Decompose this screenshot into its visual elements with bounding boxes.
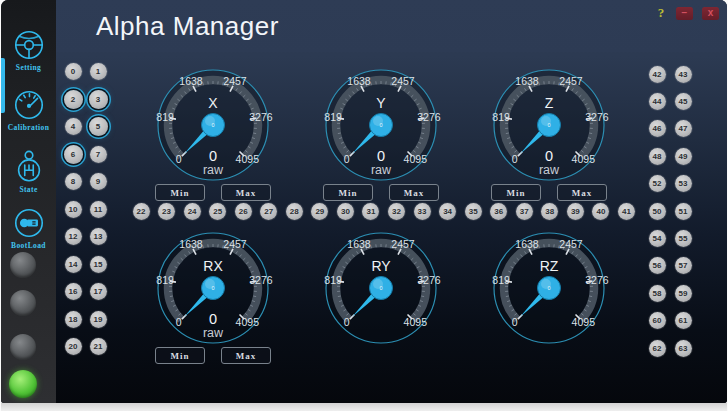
svg-text:Y: Y xyxy=(376,95,386,111)
channel-button-40[interactable]: 40 xyxy=(592,203,609,220)
svg-text:0: 0 xyxy=(176,316,182,328)
svg-text:1638: 1638 xyxy=(347,238,371,250)
channel-button-61[interactable]: 61 xyxy=(675,312,692,329)
svg-text:819: 819 xyxy=(492,111,510,123)
svg-text:4095: 4095 xyxy=(236,153,260,165)
channel-button-44[interactable]: 44 xyxy=(649,93,666,110)
channel-button-57[interactable]: 57 xyxy=(675,257,692,274)
channel-button-15[interactable]: 15 xyxy=(90,256,107,273)
channel-button-4[interactable]: 4 xyxy=(65,118,82,135)
channel-button-62[interactable]: 62 xyxy=(649,340,666,357)
channel-button-35[interactable]: 35 xyxy=(465,203,482,220)
channel-button-2[interactable]: 2 xyxy=(64,90,83,109)
gauge-X-max-button[interactable]: Max xyxy=(221,184,271,201)
gauge-RX-max-button[interactable]: Max xyxy=(221,347,271,364)
channel-button-37[interactable]: 37 xyxy=(516,203,533,220)
channel-button-32[interactable]: 32 xyxy=(388,203,405,220)
channel-button-6[interactable]: 6 xyxy=(64,145,83,164)
channel-button-45[interactable]: 45 xyxy=(675,93,692,110)
channel-button-53[interactable]: 53 xyxy=(675,175,692,192)
svg-text:0: 0 xyxy=(512,316,518,328)
svg-text:3276: 3276 xyxy=(417,274,441,286)
channel-button-12[interactable]: 12 xyxy=(65,228,82,245)
channel-button-17[interactable]: 17 xyxy=(90,283,107,300)
channel-button-31[interactable]: 31 xyxy=(362,203,379,220)
sidebar-item-setting[interactable]: Setting xyxy=(1,28,56,72)
channel-button-24[interactable]: 24 xyxy=(184,203,201,220)
channel-button-22[interactable]: 22 xyxy=(133,203,150,220)
channel-button-14[interactable]: 14 xyxy=(65,256,82,273)
channel-button-38[interactable]: 38 xyxy=(541,203,558,220)
channel-button-8[interactable]: 8 xyxy=(65,173,82,190)
gauge-Y-min-button[interactable]: Min xyxy=(323,184,373,201)
svg-text:1638: 1638 xyxy=(515,75,539,87)
channel-button-10[interactable]: 10 xyxy=(65,201,82,218)
svg-text:X: X xyxy=(208,95,218,111)
channel-button-54[interactable]: 54 xyxy=(649,230,666,247)
sidebar-item-bootload[interactable]: BootLoad xyxy=(1,206,56,250)
channel-button-5[interactable]: 5 xyxy=(89,117,108,136)
channel-button-43[interactable]: 43 xyxy=(675,66,692,83)
channel-button-28[interactable]: 28 xyxy=(286,203,303,220)
svg-text:0: 0 xyxy=(211,285,214,291)
svg-text:4095: 4095 xyxy=(572,316,596,328)
sidebar-item-state[interactable]: State xyxy=(1,150,56,194)
channel-button-48[interactable]: 48 xyxy=(649,148,666,165)
gauge-X: 08191638245732764095X00raw xyxy=(149,61,277,189)
channel-button-23[interactable]: 23 xyxy=(158,203,175,220)
gauge-Y-max-button[interactable]: Max xyxy=(389,184,439,201)
channel-button-58[interactable]: 58 xyxy=(649,285,666,302)
channel-button-0[interactable]: 0 xyxy=(65,63,82,80)
channel-button-18[interactable]: 18 xyxy=(65,311,82,328)
channel-button-30[interactable]: 30 xyxy=(337,203,354,220)
channel-button-59[interactable]: 59 xyxy=(675,285,692,302)
channel-button-52[interactable]: 52 xyxy=(649,175,666,192)
channel-button-47[interactable]: 47 xyxy=(675,120,692,137)
channel-button-7[interactable]: 7 xyxy=(90,146,107,163)
svg-text:3276: 3276 xyxy=(249,111,273,123)
channel-button-16[interactable]: 16 xyxy=(65,283,82,300)
channel-button-60[interactable]: 60 xyxy=(649,312,666,329)
minimize-button[interactable]: − xyxy=(676,7,693,20)
channel-button-25[interactable]: 25 xyxy=(209,203,226,220)
channel-button-20[interactable]: 20 xyxy=(65,338,82,355)
gauge-RZ: 08191638245732764095RZ0 xyxy=(485,224,613,352)
gauge-RX-min-button[interactable]: Min xyxy=(155,347,205,364)
svg-text:0: 0 xyxy=(176,153,182,165)
channel-button-55[interactable]: 55 xyxy=(675,230,692,247)
channel-button-51[interactable]: 51 xyxy=(675,203,692,220)
channel-button-39[interactable]: 39 xyxy=(567,203,584,220)
channel-button-41[interactable]: 41 xyxy=(618,203,635,220)
channel-button-11[interactable]: 11 xyxy=(90,201,107,218)
channel-button-49[interactable]: 49 xyxy=(675,148,692,165)
channel-button-34[interactable]: 34 xyxy=(439,203,456,220)
channel-button-1[interactable]: 1 xyxy=(90,63,107,80)
channel-button-3[interactable]: 3 xyxy=(89,90,108,109)
gauge-Z-max-button[interactable]: Max xyxy=(557,184,607,201)
help-button[interactable]: ? xyxy=(653,5,669,21)
svg-text:0: 0 xyxy=(547,285,550,291)
sidebar-item-calibration[interactable]: Calibration xyxy=(1,88,56,132)
channel-button-27[interactable]: 27 xyxy=(260,203,277,220)
channel-button-13[interactable]: 13 xyxy=(90,228,107,245)
channel-button-26[interactable]: 26 xyxy=(235,203,252,220)
gauge-Z-min-button[interactable]: Min xyxy=(491,184,541,201)
channel-button-19[interactable]: 19 xyxy=(90,311,107,328)
svg-text:0: 0 xyxy=(211,122,214,128)
channel-button-36[interactable]: 36 xyxy=(490,203,507,220)
channel-button-21[interactable]: 21 xyxy=(90,338,107,355)
channel-button-46[interactable]: 46 xyxy=(649,120,666,137)
channel-button-29[interactable]: 29 xyxy=(311,203,328,220)
window-bottom-edge xyxy=(1,403,727,411)
channel-button-9[interactable]: 9 xyxy=(90,173,107,190)
channel-button-63[interactable]: 63 xyxy=(675,340,692,357)
channel-button-56[interactable]: 56 xyxy=(649,257,666,274)
app-window: Alpha Manager ? − x 08191638245732764095… xyxy=(1,0,727,403)
channel-button-33[interactable]: 33 xyxy=(414,203,431,220)
gauge-X-min-button[interactable]: Min xyxy=(155,184,205,201)
steering-wheel-icon xyxy=(12,28,46,62)
svg-text:0: 0 xyxy=(209,311,217,327)
close-button[interactable]: x xyxy=(702,7,719,20)
channel-button-42[interactable]: 42 xyxy=(649,66,666,83)
channel-button-50[interactable]: 50 xyxy=(649,203,666,220)
